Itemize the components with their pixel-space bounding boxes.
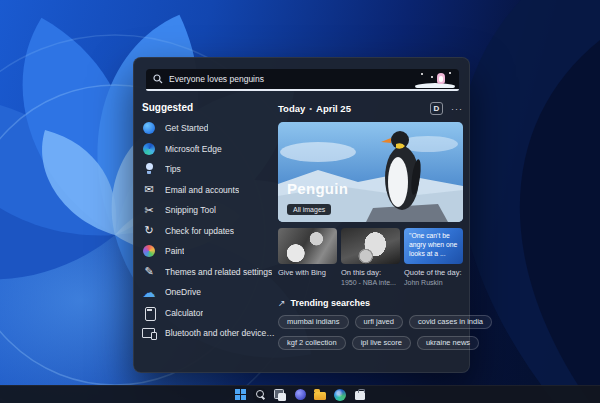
trending-chip-row-2: kgf 2 collection ipl live score ukraine …	[278, 336, 463, 350]
quote-caption[interactable]: Quote of the day: John Ruskin	[404, 268, 463, 287]
devices-icon	[142, 326, 156, 340]
search-input[interactable]	[169, 74, 409, 84]
start-button-icon[interactable]	[233, 388, 247, 402]
daily-content-column: Today • April 25 D ···	[278, 102, 463, 350]
suggested-item-snipping-tool[interactable]: ✂ Snipping Tool	[140, 200, 276, 221]
trending-chip[interactable]: ukraine news	[417, 336, 479, 350]
snipping-scissors-icon: ✂	[142, 203, 156, 217]
task-view-icon[interactable]	[273, 388, 287, 402]
hero-title: Penguin	[287, 180, 348, 197]
trending-searches-section: ↗ Trending searches mumbai indians urfi …	[278, 298, 463, 350]
suggested-item-email-accounts[interactable]: ✉ Email and accounts	[140, 180, 276, 201]
trending-header: ↗ Trending searches	[278, 298, 463, 308]
on-this-day-caption[interactable]: On this day: 1950 - NBA inte...	[341, 268, 400, 287]
on-this-day-card[interactable]	[341, 228, 400, 264]
card-captions-row: Give with Bing On this day: 1950 - NBA i…	[278, 268, 463, 287]
paint-palette-icon	[142, 244, 156, 258]
suggested-item-check-updates[interactable]: ↻ Check for updates	[140, 221, 276, 242]
onedrive-cloud-icon: ☁	[142, 285, 156, 299]
edge-browser-icon[interactable]	[333, 388, 347, 402]
cortana-icon[interactable]	[293, 388, 307, 402]
suggested-item-onedrive[interactable]: ☁ OneDrive	[140, 282, 276, 303]
card-tiles-row: "One can't be angry when one looks at a …	[278, 228, 463, 264]
taskbar-search-icon[interactable]	[253, 388, 267, 402]
trending-chip[interactable]: mumbai indians	[278, 315, 349, 329]
get-started-icon	[142, 121, 156, 135]
penguin-doodle-illustration	[415, 70, 455, 88]
date-separator: •	[309, 104, 312, 113]
trending-chip[interactable]: urfi javed	[355, 315, 403, 329]
calculator-icon	[142, 306, 156, 320]
trending-up-icon: ↗	[278, 298, 286, 308]
suggested-item-paint[interactable]: Paint	[140, 241, 276, 262]
suggested-list: Get Started Microsoft Edge Tips ✉ Email …	[140, 118, 276, 344]
more-options-icon[interactable]: ···	[451, 104, 463, 114]
suggested-item-get-started[interactable]: Get Started	[140, 118, 276, 139]
file-explorer-icon[interactable]	[313, 388, 327, 402]
desktop: { "search": { "value": "Everyone loves p…	[0, 0, 600, 403]
trending-chip[interactable]: kgf 2 collection	[278, 336, 346, 350]
tips-lightbulb-icon	[142, 162, 156, 176]
today-label: Today	[278, 103, 305, 114]
trending-chip[interactable]: covid cases in india	[409, 315, 492, 329]
all-images-badge[interactable]: All images	[287, 204, 331, 215]
suggested-item-tips[interactable]: Tips	[140, 159, 276, 180]
trending-chip-row-1: mumbai indians urfi javed covid cases in…	[278, 315, 463, 329]
quote-of-the-day-card[interactable]: "One can't be angry when one looks at a …	[404, 228, 463, 264]
give-with-bing-card[interactable]	[278, 228, 337, 264]
suggested-item-bluetooth-devices[interactable]: Bluetooth and other devices sett...	[140, 323, 276, 344]
search-flyout-panel: Suggested Get Started Microsoft Edge Tip…	[133, 57, 470, 373]
profile-badge[interactable]: D	[430, 102, 443, 115]
suggested-heading: Suggested	[142, 102, 193, 113]
email-envelope-icon: ✉	[142, 183, 156, 197]
date-label: April 25	[316, 103, 351, 114]
give-with-bing-caption[interactable]: Give with Bing	[278, 268, 337, 287]
taskbar	[0, 385, 600, 403]
trending-title: Trending searches	[291, 298, 371, 308]
suggested-item-microsoft-edge[interactable]: Microsoft Edge	[140, 139, 276, 160]
search-bar[interactable]	[146, 69, 459, 91]
suggested-item-themes[interactable]: ✎ Themes and related settings	[140, 262, 276, 283]
microsoft-edge-icon	[142, 142, 156, 156]
update-arrows-icon: ↻	[142, 224, 156, 238]
hero-image-penguin[interactable]: Penguin All images	[278, 122, 463, 222]
quote-text: "One can't be angry when one looks at a …	[409, 232, 458, 258]
suggested-item-calculator[interactable]: Calculator	[140, 303, 276, 324]
themes-brush-icon: ✎	[142, 265, 156, 279]
trending-chip[interactable]: ipl live score	[352, 336, 411, 350]
search-icon	[153, 74, 163, 84]
microsoft-store-icon[interactable]	[353, 388, 367, 402]
today-header-row: Today • April 25 D ···	[278, 102, 463, 115]
